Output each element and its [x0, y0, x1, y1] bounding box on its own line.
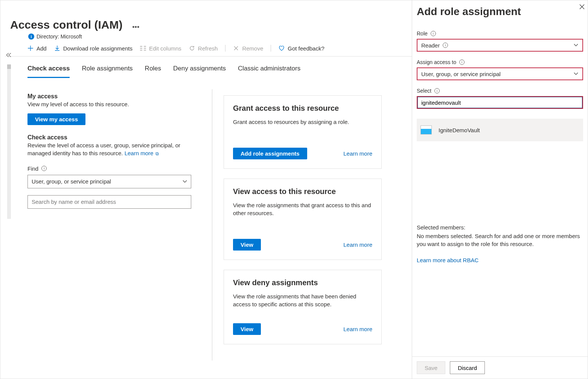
remove-x-icon [233, 45, 239, 51]
grant-card-title: Grant access to this resource [233, 104, 372, 113]
vertical-divider [212, 89, 212, 361]
plus-icon [27, 45, 34, 51]
selected-members-heading: Selected members: [417, 224, 583, 231]
deny-card-desc: View the role assignments that have been… [233, 292, 372, 308]
columns-icon [140, 45, 146, 51]
grant-access-card: Grant access to this resource Grant acce… [224, 95, 382, 169]
feedback-button[interactable]: Got feedback? [279, 45, 324, 52]
panel-title: Add role assignment [412, 0, 588, 18]
info-icon[interactable]: i [434, 88, 440, 93]
info-icon: i [28, 34, 34, 40]
more-menu-icon[interactable]: ••• [132, 23, 139, 31]
view-learn-more-link[interactable]: Learn more [343, 241, 372, 248]
info-icon[interactable]: i [459, 60, 465, 65]
tab-check-access[interactable]: Check access [27, 65, 70, 78]
check-access-learn-more-link[interactable]: Learn more ⧉ [125, 150, 159, 156]
find-label: Find i [27, 165, 203, 172]
tab-roles[interactable]: Roles [145, 65, 161, 78]
collapse-chevrons-icon[interactable] [6, 52, 11, 58]
remove-button: Remove [233, 45, 263, 52]
view-access-button[interactable]: View [233, 239, 261, 251]
close-icon[interactable] [579, 3, 585, 10]
search-result-label: IgniteDemoVault [439, 127, 480, 133]
add-label: Add [37, 45, 47, 52]
deny-learn-more-link[interactable]: Learn more [343, 326, 372, 332]
feedback-label: Got feedback? [288, 45, 324, 52]
assign-access-select[interactable]: User, group, or service principal [417, 67, 583, 80]
heart-icon [279, 45, 285, 51]
scroll-up-icon[interactable] [7, 64, 11, 69]
select-input[interactable] [417, 96, 583, 109]
tab-role-assignments[interactable]: Role assignments [82, 65, 133, 78]
edit-columns-button: Edit columns [140, 45, 181, 52]
page-title: Access control (IAM) [10, 18, 122, 31]
add-button[interactable]: Add [27, 45, 47, 52]
refresh-button: Refresh [189, 45, 218, 52]
assign-access-label: Assign access to i [417, 59, 583, 65]
save-button: Save [417, 361, 445, 374]
download-label: Download role assignments [63, 45, 133, 52]
my-access-heading: My access [27, 93, 203, 100]
external-link-icon: ⧉ [154, 151, 158, 156]
grant-learn-more-link[interactable]: Learn more [343, 150, 372, 157]
search-input[interactable] [27, 195, 191, 209]
select-label: Select i [417, 88, 583, 94]
view-access-card: View access to this resource View the ro… [224, 179, 382, 260]
role-select[interactable]: Reader i [417, 39, 583, 52]
grant-card-desc: Grant access to resources by assigning a… [233, 118, 372, 126]
deny-card-title: View deny assignments [233, 278, 372, 287]
role-value: Reader [421, 42, 440, 49]
selected-members-desc: No members selected. Search for and add … [417, 232, 583, 248]
learn-more-rbac-link[interactable]: Learn more about RBAC [417, 257, 478, 263]
view-card-title: View access to this resource [233, 187, 372, 196]
check-access-heading: Check access [27, 134, 203, 141]
tab-classic-administrators[interactable]: Classic administrators [238, 65, 300, 78]
view-card-desc: View the role assignments that grant acc… [233, 201, 372, 217]
refresh-label: Refresh [198, 45, 218, 52]
assign-access-value: User, group, or service principal [421, 71, 501, 77]
discard-button[interactable]: Discard [450, 361, 485, 374]
download-icon [54, 45, 60, 51]
my-access-sub: View my level of access to this resource… [27, 101, 203, 108]
find-type-select[interactable]: User, group, or service principal [27, 175, 191, 188]
info-icon: i [443, 43, 448, 48]
find-type-value: User, group, or service principal [32, 178, 111, 185]
chevron-down-icon [573, 43, 579, 48]
add-role-assignments-button[interactable]: Add role assignments [233, 148, 307, 159]
remove-label: Remove [242, 45, 263, 52]
resource-thumbnail-icon [420, 125, 432, 134]
directory-label: Directory: Microsoft [37, 34, 82, 40]
nav-scrollbar[interactable] [7, 64, 11, 219]
view-deny-button[interactable]: View [233, 323, 261, 335]
role-label: Role i [417, 31, 583, 37]
check-access-sub: Review the level of access a user, group… [27, 142, 203, 157]
tab-deny-assignments[interactable]: Deny assignments [173, 65, 226, 78]
toolbar-divider [271, 45, 271, 52]
deny-assignments-card: View deny assignments View the role assi… [224, 270, 382, 344]
add-role-assignment-panel: Add role assignment Role i Reader i Assi… [412, 0, 588, 379]
search-result-item[interactable]: IgniteDemoVault [417, 119, 583, 141]
view-my-access-button[interactable]: View my access [27, 113, 85, 125]
download-button[interactable]: Download role assignments [54, 45, 133, 52]
toolbar-divider [225, 45, 225, 52]
edit-columns-label: Edit columns [149, 45, 181, 52]
refresh-icon [189, 45, 195, 51]
info-icon[interactable]: i [431, 31, 436, 36]
chevron-down-icon [573, 71, 579, 76]
info-icon[interactable]: i [41, 166, 47, 171]
